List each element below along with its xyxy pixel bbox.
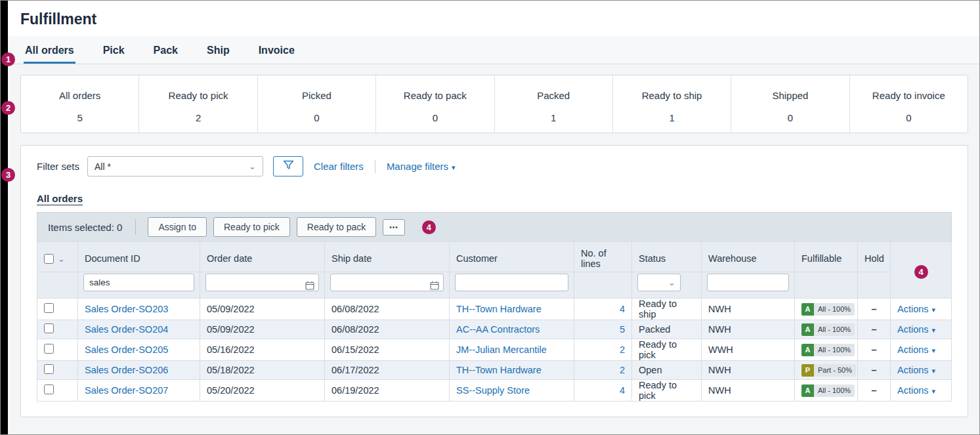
fulfillable-cell: AAll - 100% — [795, 299, 858, 320]
customer-link[interactable]: SS--Supply Store — [456, 385, 530, 396]
lines-cell: 2 — [574, 361, 632, 380]
row-checkbox[interactable] — [44, 364, 54, 374]
lines-link[interactable]: 5 — [620, 324, 625, 335]
order-date-cell: 05/09/2022 — [200, 299, 325, 320]
column-header-hold[interactable]: Hold — [858, 242, 891, 272]
lines-link[interactable]: 4 — [620, 385, 625, 396]
column-header-no-of-lines[interactable]: No. of lines — [574, 242, 632, 272]
annotation-badge-4-toolbar: 4 — [422, 220, 436, 234]
column-header-status[interactable]: Status — [632, 242, 702, 272]
chevron-down-icon[interactable]: ⌄ — [58, 255, 65, 263]
column-header-document-id[interactable]: Document ID — [78, 242, 200, 272]
orders-table: ⌄ Document ID Order date Ship date Custo… — [37, 241, 952, 402]
header-row: ⌄ Document ID Order date Ship date Custo… — [37, 242, 952, 272]
summary-value: 5 — [21, 112, 138, 123]
summary-value: 0 — [258, 112, 375, 123]
actions-menu-button[interactable]: Actions▾ — [897, 304, 935, 314]
manage-filters-link[interactable]: Manage filters▾ — [387, 161, 456, 172]
calendar-icon[interactable] — [305, 281, 314, 292]
ship-date-cell: 06/19/2022 — [325, 380, 450, 402]
summary-value: 0 — [850, 112, 968, 123]
ship-date-filter-input[interactable] — [330, 274, 444, 291]
lines-link[interactable]: 4 — [620, 304, 625, 314]
tab-all-orders[interactable]: All orders — [24, 36, 75, 64]
lines-link[interactable]: 2 — [620, 365, 625, 375]
summary-card-picked[interactable]: Picked 0 — [257, 75, 375, 133]
filter-funnel-icon — [283, 159, 294, 173]
document-id-link[interactable]: Sales Order-SO206 — [85, 365, 168, 375]
summary-card-ready-to-pack[interactable]: Ready to pack 0 — [375, 75, 494, 133]
summary-card-ready-to-invoice[interactable]: Ready to invoice 0 — [849, 75, 968, 133]
row-checkbox[interactable] — [44, 303, 54, 313]
row-checkbox[interactable] — [44, 384, 54, 394]
tab-ship[interactable]: Ship — [205, 36, 231, 64]
customer-link[interactable]: JM--Julian Mercantile — [456, 344, 547, 355]
ready-to-pack-button[interactable]: Ready to pack — [297, 217, 377, 237]
tab-invoice[interactable]: Invoice — [257, 36, 296, 64]
status-filter-select[interactable]: ⌄ — [637, 274, 681, 291]
ready-to-pick-button[interactable]: Ready to pick — [213, 217, 290, 237]
row-checkbox-cell — [37, 320, 78, 339]
actions-menu-button[interactable]: Actions▾ — [897, 365, 935, 375]
actions-menu-button[interactable]: Actions▾ — [897, 324, 935, 335]
customer-filter-input[interactable] — [455, 274, 568, 291]
summary-card-packed[interactable]: Packed 1 — [494, 75, 612, 133]
summary-card-ready-to-ship[interactable]: Ready to ship 1 — [612, 75, 731, 133]
document-id-link[interactable]: Sales Order-SO204 — [85, 324, 168, 335]
summary-value: 0 — [731, 112, 849, 123]
filter-settings-button[interactable] — [273, 156, 303, 176]
document-id-cell: Sales Order-SO204 — [78, 320, 200, 339]
calendar-icon[interactable] — [430, 281, 439, 292]
lines-cell: 5 — [574, 320, 632, 339]
select-all-header: ⌄ — [37, 242, 78, 272]
document-id-filter-input[interactable] — [83, 274, 194, 291]
tab-pack[interactable]: Pack — [152, 36, 179, 64]
column-header-order-date[interactable]: Order date — [200, 242, 325, 272]
row-checkbox[interactable] — [44, 323, 54, 333]
clear-filters-link[interactable]: Clear filters — [314, 161, 364, 172]
fulfillable-cell: AAll - 100% — [795, 339, 858, 361]
column-header-warehouse[interactable]: Warehouse — [702, 242, 795, 272]
document-id-link[interactable]: Sales Order-SO203 — [85, 304, 168, 314]
summary-card-shipped[interactable]: Shipped 0 — [731, 75, 849, 133]
tab-pick[interactable]: Pick — [102, 36, 126, 64]
column-header-customer[interactable]: Customer — [450, 242, 574, 272]
annotation-badge-4-header: 4 — [914, 265, 928, 279]
fulfillable-cell: AAll - 100% — [795, 380, 858, 402]
document-id-link[interactable]: Sales Order-SO207 — [85, 385, 168, 396]
actions-menu-button[interactable]: Actions▾ — [897, 385, 935, 396]
order-date-filter-input[interactable] — [205, 274, 319, 291]
column-header-fulfillable[interactable]: Fulfillable — [795, 242, 858, 272]
order-date-cell: 05/20/2022 — [200, 380, 325, 402]
customer-link[interactable]: TH--Town Hardware — [456, 365, 542, 375]
customer-link[interactable]: TH--Town Hardware — [456, 304, 542, 314]
filter-set-select[interactable]: All * ⌄ — [87, 156, 263, 176]
filter-cell-hold — [858, 272, 891, 299]
fulfillable-text: All - 100% — [814, 384, 855, 397]
assign-to-button[interactable]: Assign to — [148, 217, 207, 237]
fulfillable-text: All - 100% — [814, 323, 855, 336]
title-bar: Fulfillment — [8, 1, 979, 36]
more-actions-button[interactable]: ••• — [383, 219, 405, 236]
lines-cell: 4 — [574, 380, 632, 402]
document-id-link[interactable]: Sales Order-SO205 — [85, 344, 168, 355]
ship-date-cell: 06/17/2022 — [325, 361, 450, 380]
lines-link[interactable]: 2 — [620, 344, 625, 355]
document-id-cell: Sales Order-SO206 — [78, 361, 200, 380]
chevron-down-icon: ⌄ — [668, 278, 675, 287]
filter-cell-status: ⌄ — [632, 272, 702, 299]
row-checkbox-cell — [37, 299, 78, 320]
select-all-checkbox[interactable] — [44, 254, 54, 264]
customer-link[interactable]: AC--AA Contractors — [456, 324, 540, 335]
column-header-ship-date[interactable]: Ship date — [325, 242, 450, 272]
annotation-badge-1: 1 — [1, 52, 15, 66]
warehouse-filter-input[interactable] — [707, 274, 789, 291]
summary-card-ready-to-pick[interactable]: Ready to pick 2 — [138, 75, 257, 133]
summary-card-all-orders[interactable]: All orders 5 — [21, 75, 138, 133]
hold-cell: – — [858, 380, 891, 402]
row-checkbox[interactable] — [44, 344, 54, 354]
actions-cell: Actions▾ — [891, 320, 952, 339]
fulfillable-cell: PPart - 50% — [795, 361, 858, 380]
actions-menu-button[interactable]: Actions▾ — [897, 344, 935, 355]
summary-label: Ready to pick — [139, 90, 257, 101]
